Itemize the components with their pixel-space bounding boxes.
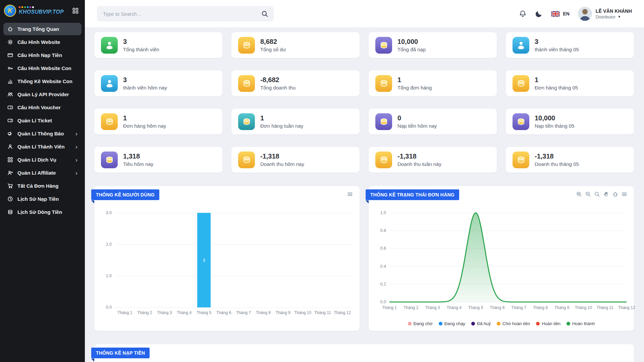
coin-icon	[513, 113, 529, 130]
stat-label: Doanh thu tháng 05	[535, 161, 579, 167]
bar-chart[interactable]: 3.02.01.00.0 3 Tháng 1Tháng 2Tháng 3Thán…	[102, 213, 352, 315]
sidebar-item-label: Cấu Hình Voucher	[17, 105, 61, 110]
legend-item[interactable]: Đã huỷ	[471, 321, 491, 326]
brand-logo[interactable]: K KHOSUBVIP.TOP	[4, 5, 64, 17]
sidebar-item-8[interactable]: Quản Lí Thông Báo›	[3, 127, 82, 140]
stat-card-2: 10,000Tổng đã nạp	[369, 32, 497, 58]
stats-icon	[7, 78, 13, 84]
sidebar-item-10[interactable]: Quản Lí Dịch Vụ›	[3, 154, 82, 166]
sidebar-header: K KHOSUBVIP.TOP	[0, 0, 85, 20]
search-box[interactable]	[97, 6, 274, 21]
legend-dot	[497, 322, 500, 325]
bar-slot[interactable]	[135, 213, 155, 307]
user-icon	[7, 144, 13, 149]
legend-item[interactable]: Đang chờ	[408, 321, 433, 326]
ribbon-fold	[91, 200, 94, 203]
sidebar-item-4[interactable]: Thống Kê Website Con	[3, 75, 82, 87]
legend-label: Đã huỷ	[477, 321, 491, 326]
coin-icon	[238, 37, 255, 54]
zoom-in-icon[interactable]	[576, 191, 582, 197]
bar-plot[interactable]: 3	[115, 213, 352, 307]
bar-series: 3	[115, 213, 352, 307]
legend-item[interactable]: Hoàn tiền	[536, 321, 560, 326]
logo-banner	[19, 6, 64, 8]
x-tick-label: Tháng 5	[194, 310, 214, 315]
stat-value: 0	[397, 114, 437, 122]
bar-slot[interactable]	[234, 213, 254, 307]
chevron-right-icon: ›	[75, 145, 77, 149]
bar[interactable]: 3	[197, 213, 211, 307]
language-selector[interactable]: EN	[551, 11, 569, 17]
search-input[interactable]	[97, 11, 261, 17]
sidebar-item-1[interactable]: Cấu Hình Website	[3, 36, 82, 48]
x-tick-label: Tháng 3	[155, 310, 174, 315]
sidebar-item-2[interactable]: Cấu Hình Nạp Tiền	[3, 49, 82, 61]
sidebar-item-label: Trang Tổng Quan	[17, 26, 59, 32]
stat-card-0: 3Tổng thành viên	[94, 32, 222, 58]
sidebar-item-5[interactable]: Quản Lý API Provider	[3, 88, 82, 101]
bar-slot[interactable]	[332, 213, 352, 307]
chart-legend: Đang chờĐang chạyĐã huỷChờ hoàn tiềnHoàn…	[369, 321, 634, 326]
sidebar-item-6[interactable]: Cấu Hình Voucher	[3, 101, 82, 114]
order-status-chart-card: THỐNG KÊ TRẠNG THÁI ĐƠN HÀNG 1.00.80.60.…	[369, 186, 634, 331]
bar-value-label: 3	[203, 258, 205, 263]
coin-icon	[101, 113, 118, 130]
pan-icon[interactable]	[603, 191, 609, 197]
stat-card-4: 3thành viên hôm nay	[94, 70, 222, 96]
menu-icon[interactable]	[347, 191, 353, 197]
sidebar-item-9[interactable]: Quản Lí Thành Viên›	[3, 140, 82, 153]
area-series[interactable]	[389, 213, 627, 302]
brand-name: KHOSUBVIP.TOP	[19, 9, 64, 15]
bar-slot[interactable]	[115, 213, 135, 307]
chevron-down-icon: ▼	[618, 15, 621, 18]
x-tick-label: Tháng 7	[512, 305, 526, 310]
bar-slot[interactable]	[313, 213, 332, 307]
bar-slot[interactable]: 3	[194, 213, 214, 307]
menu-icon[interactable]	[622, 191, 627, 197]
bar-slot[interactable]	[273, 213, 293, 307]
x-tick-label: Tháng 8	[253, 310, 273, 315]
area-chart[interactable]: 1.00.80.60.40.20.0 Tháng 1Tháng 2Tháng 3…	[376, 213, 627, 311]
stat-card-9: 1Đơn hàng tuần nay	[231, 109, 360, 134]
stat-card-3: 3thành viên tháng 05	[506, 32, 634, 58]
user-role: Distributor ▼	[596, 14, 632, 19]
sidebar-item-13[interactable]: Lịch Sử Nạp Tiền	[3, 193, 82, 205]
legend-item[interactable]: Hoàn thành	[567, 321, 595, 326]
area-plot[interactable]	[389, 213, 627, 302]
sidebar-item-0[interactable]: Trang Tổng Quan	[3, 23, 82, 35]
legend-item[interactable]: Đang chạy	[439, 321, 465, 326]
x-tick-label: Tháng 1	[382, 305, 397, 310]
sidebar-item-3[interactable]: Cấu Hình Website Con	[3, 62, 82, 74]
bar-slot[interactable]	[214, 213, 234, 307]
sidebar-item-11[interactable]: Quản Lí Affiliate›	[3, 167, 82, 179]
users-icon	[7, 92, 13, 97]
sidebar-item-14[interactable]: Lịch Sử Dòng Tiền	[3, 206, 82, 218]
bar-slot[interactable]	[293, 213, 313, 307]
home-icon[interactable]	[612, 191, 618, 197]
users-chart-card: THỐNG KÊ NGƯỜI DÙNG 3.02.01.00.0 3 Tháng…	[94, 186, 360, 331]
apps-grid-icon[interactable]	[72, 7, 79, 14]
bar-slot[interactable]	[155, 213, 174, 307]
selection-zoom-icon[interactable]	[594, 191, 600, 197]
sidebar-item-7[interactable]: Quản Lí Ticket	[3, 114, 82, 127]
dark-mode-moon-icon[interactable]	[535, 10, 543, 18]
sidebar: K KHOSUBVIP.TOP Trang Tổng QuanCấu Hình …	[0, 0, 85, 362]
stat-label: Tổng số dư	[260, 47, 286, 52]
sidebar-item-label: Quản Lí Thành Viên	[17, 144, 65, 149]
zoom-out-icon[interactable]	[585, 191, 591, 197]
legend-item[interactable]: Chờ hoàn tiền	[497, 321, 530, 326]
bar-slot[interactable]	[253, 213, 273, 307]
notifications-bell-icon[interactable]	[519, 10, 527, 18]
sidebar-item-12[interactable]: Tất Cả Đơn Hàng	[3, 180, 82, 192]
megaphone-icon	[7, 131, 13, 136]
stats-grid: 3Tổng thành viên8,682Tổng số dư10,000Tổn…	[94, 32, 634, 173]
user-menu[interactable]: LÊ VĂN KHÁNH Distributor ▼	[578, 7, 632, 21]
bar-slot[interactable]	[174, 213, 194, 307]
voucher-icon	[7, 105, 13, 110]
stat-card-15: -1,318Doanh thu tháng 05	[506, 147, 634, 173]
x-tick-label: Tháng 9	[554, 305, 569, 310]
search-icon[interactable]	[261, 10, 268, 17]
stat-label: Doanh thu hôm nay	[260, 161, 304, 167]
stat-value: -1,318	[260, 153, 304, 160]
x-tick-label: Tháng 7	[234, 310, 254, 315]
